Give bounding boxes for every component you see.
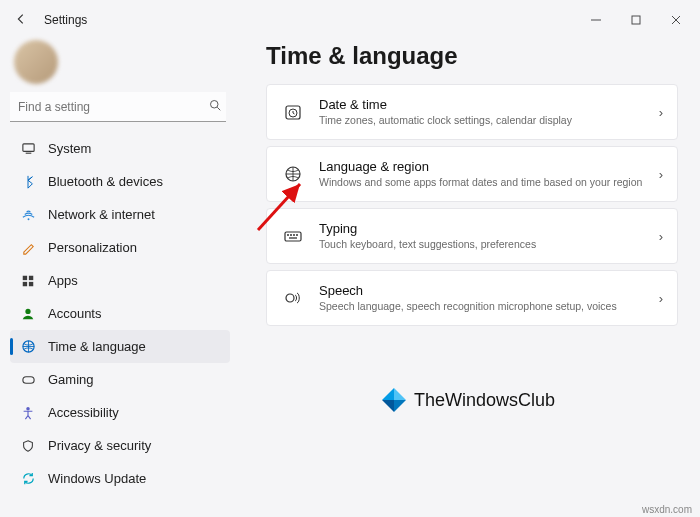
- accessibility-icon: [20, 405, 36, 421]
- card-date-time[interactable]: Date & time Time zones, automatic clock …: [266, 84, 678, 140]
- sidebar-item-label: Accounts: [48, 306, 101, 321]
- svg-marker-31: [394, 400, 406, 412]
- apps-icon: [20, 273, 36, 289]
- card-language-region[interactable]: Language & region Windows and some apps …: [266, 146, 678, 202]
- sidebar-item-privacy[interactable]: Privacy & security: [10, 429, 230, 462]
- sidebar-item-apps[interactable]: Apps: [10, 264, 230, 297]
- main-content: Time & language Date & time Time zones, …: [240, 40, 700, 501]
- sidebar-item-label: Privacy & security: [48, 438, 151, 453]
- svg-marker-30: [382, 400, 394, 412]
- speech-icon: [281, 288, 305, 308]
- page-title: Time & language: [266, 42, 678, 70]
- footer-watermark: wsxdn.com: [642, 504, 692, 515]
- sidebar-item-system[interactable]: System: [10, 132, 230, 165]
- sidebar-item-bluetooth[interactable]: Bluetooth & devices: [10, 165, 230, 198]
- card-typing[interactable]: Typing Touch keyboard, text suggestions,…: [266, 208, 678, 264]
- search-icon: [204, 99, 226, 114]
- sidebar-item-label: System: [48, 141, 91, 156]
- sidebar-item-label: Apps: [48, 273, 78, 288]
- svg-marker-29: [382, 388, 394, 400]
- watermark-text: TheWindowsClub: [414, 390, 555, 411]
- close-button[interactable]: [656, 5, 696, 35]
- network-icon: [20, 207, 36, 223]
- chevron-right-icon: ›: [659, 229, 663, 244]
- svg-rect-1: [632, 16, 640, 24]
- watermark-logo-icon: [380, 386, 408, 414]
- svg-marker-28: [394, 388, 406, 400]
- svg-rect-11: [23, 281, 27, 285]
- svg-rect-12: [29, 281, 33, 285]
- svg-rect-15: [22, 377, 33, 384]
- bluetooth-icon: [20, 174, 36, 190]
- clock-icon: [281, 102, 305, 122]
- sidebar-item-label: Gaming: [48, 372, 94, 387]
- globe-icon: [281, 164, 305, 184]
- sidebar-item-network[interactable]: Network & internet: [10, 198, 230, 231]
- personalization-icon: [20, 240, 36, 256]
- avatar: [14, 40, 58, 84]
- sidebar-item-windows-update[interactable]: Windows Update: [10, 462, 230, 495]
- window-title: Settings: [44, 13, 87, 27]
- search-box[interactable]: [10, 92, 226, 122]
- sidebar-item-label: Personalization: [48, 240, 137, 255]
- card-desc: Time zones, automatic clock settings, ca…: [319, 114, 659, 127]
- sidebar-item-accessibility[interactable]: Accessibility: [10, 396, 230, 429]
- svg-rect-20: [285, 232, 301, 241]
- gaming-icon: [20, 372, 36, 388]
- titlebar: Settings: [0, 0, 700, 40]
- svg-point-13: [25, 308, 30, 313]
- svg-point-16: [26, 406, 30, 410]
- sidebar-item-personalization[interactable]: Personalization: [10, 231, 230, 264]
- sidebar-item-accounts[interactable]: Accounts: [10, 297, 230, 330]
- maximize-button[interactable]: [616, 5, 656, 35]
- watermark: TheWindowsClub: [380, 386, 555, 414]
- system-icon: [20, 141, 36, 157]
- account-header[interactable]: [10, 40, 230, 84]
- card-title: Speech: [319, 283, 659, 299]
- card-desc: Windows and some apps format dates and t…: [319, 176, 659, 189]
- shield-icon: [20, 438, 36, 454]
- svg-point-8: [27, 218, 29, 220]
- card-title: Language & region: [319, 159, 659, 175]
- svg-rect-6: [22, 144, 33, 152]
- chevron-right-icon: ›: [659, 167, 663, 182]
- card-speech[interactable]: Speech Speech language, speech recogniti…: [266, 270, 678, 326]
- sidebar-item-time-language[interactable]: Time & language: [10, 330, 230, 363]
- minimize-button[interactable]: [576, 5, 616, 35]
- svg-line-5: [217, 107, 220, 110]
- card-desc: Touch keyboard, text suggestions, prefer…: [319, 238, 659, 251]
- card-desc: Speech language, speech recognition micr…: [319, 300, 659, 313]
- update-icon: [20, 471, 36, 487]
- card-title: Typing: [319, 221, 659, 237]
- card-title: Date & time: [319, 97, 659, 113]
- svg-point-4: [211, 101, 219, 109]
- sidebar: System Bluetooth & devices Network & int…: [0, 40, 240, 501]
- sidebar-item-label: Time & language: [48, 339, 146, 354]
- sidebar-item-label: Network & internet: [48, 207, 155, 222]
- sidebar-item-label: Windows Update: [48, 471, 146, 486]
- back-button[interactable]: [4, 12, 38, 29]
- accounts-icon: [20, 306, 36, 322]
- sidebar-item-gaming[interactable]: Gaming: [10, 363, 230, 396]
- keyboard-icon: [281, 226, 305, 246]
- sidebar-item-label: Bluetooth & devices: [48, 174, 163, 189]
- svg-point-26: [286, 294, 294, 302]
- svg-rect-10: [29, 275, 33, 279]
- search-input[interactable]: [10, 96, 204, 118]
- chevron-right-icon: ›: [659, 291, 663, 306]
- sidebar-item-label: Accessibility: [48, 405, 119, 420]
- chevron-right-icon: ›: [659, 105, 663, 120]
- time-language-icon: [20, 339, 36, 355]
- svg-rect-9: [23, 275, 27, 279]
